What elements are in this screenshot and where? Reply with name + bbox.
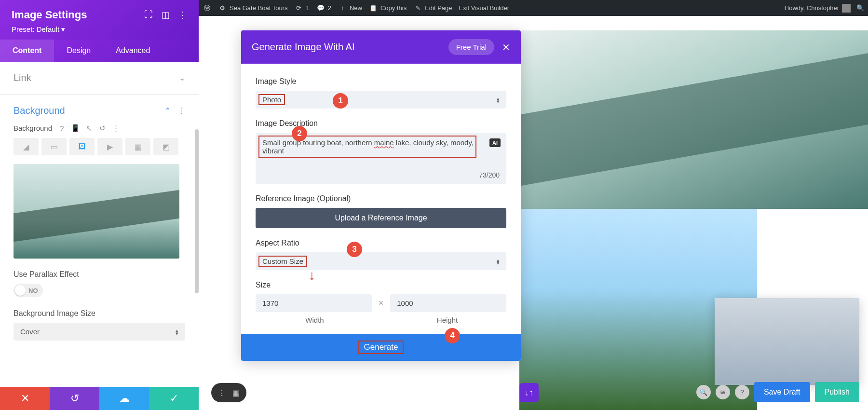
preset-selector[interactable]: Preset: Default ▾ <box>12 25 187 34</box>
size-labels: Width Height <box>256 316 506 324</box>
parallax-label: Use Parallax Effect <box>14 270 185 279</box>
dock-more-icon[interactable]: ⋮ <box>218 388 226 397</box>
sidebar-body: Link ⌄ Background ⌃ ⋮ Background ? 📱 ↖ ↺… <box>0 62 199 387</box>
dock-icon[interactable]: ◫ <box>162 10 170 20</box>
free-trial-badge[interactable]: Free Trial <box>448 39 494 55</box>
bg-size-label: Background Image Size <box>14 309 185 318</box>
select-caret-icon: ▴▾ <box>497 259 500 264</box>
zoom-icon[interactable]: 🔍 <box>696 385 711 399</box>
image-style-select[interactable]: Photo ▴▾ <box>256 91 506 109</box>
more-dots-icon[interactable]: ⋮ <box>112 124 120 132</box>
size-row: × <box>256 294 506 312</box>
bg-video-tab[interactable]: ▶ <box>97 138 122 155</box>
page-canvas: Generate Image With AI Free Trial ✕ Imag… <box>199 16 868 410</box>
expand-icon[interactable]: ⛶ <box>144 10 153 20</box>
bg-mask-tab[interactable]: ◩ <box>153 138 178 155</box>
bg-size-select[interactable]: Cover ▴▾ <box>14 323 185 341</box>
bg-pattern-tab[interactable]: ▦ <box>125 138 150 155</box>
aspect-ratio-value: Custom Size <box>258 256 307 267</box>
chevron-down-icon: ⌄ <box>179 73 185 82</box>
description-textarea[interactable]: Small group touring boat, northern maine… <box>256 133 506 184</box>
background-label: Background <box>14 124 52 132</box>
bg-image-tab[interactable]: 🖼 <box>69 138 95 155</box>
discard-button[interactable]: ✕ <box>0 387 50 410</box>
ai-generate-modal: Generate Image With AI Free Trial ✕ Imag… <box>241 30 521 361</box>
undo-button[interactable]: ↺ <box>50 387 99 410</box>
reference-label: Reference Image (Optional) <box>256 194 506 203</box>
search-icon[interactable]: 🔍 <box>856 4 864 12</box>
tab-content[interactable]: Content <box>0 40 54 62</box>
desc-text-spell: maine <box>374 138 394 147</box>
image-style-label: Image Style <box>256 77 506 86</box>
bg-gradient-tab[interactable]: ▭ <box>41 138 67 155</box>
phone-icon[interactable]: 📱 <box>71 124 79 132</box>
more-icon[interactable]: ⋮ <box>178 10 187 20</box>
publish-button[interactable]: Publish <box>815 382 859 402</box>
apply-button[interactable]: ✓ <box>149 387 199 410</box>
tab-design[interactable]: Design <box>54 40 103 62</box>
edit-label: Edit Page <box>425 4 452 12</box>
panel-background-head[interactable]: Background ⌃ ⋮ <box>14 105 185 116</box>
site-name[interactable]: ⚙Sea Gate Boat Tours <box>218 4 287 13</box>
select-caret-icon: ▴▾ <box>497 97 500 103</box>
comments[interactable]: 💬2 <box>316 4 331 13</box>
edit-page-link[interactable]: ✎Edit Page <box>413 4 452 13</box>
background-preview[interactable] <box>14 164 179 259</box>
dock-grid-icon[interactable]: ▦ <box>232 388 240 397</box>
height-input[interactable] <box>390 294 506 312</box>
new-label: New <box>350 4 362 12</box>
save-button[interactable]: ☁ <box>99 387 149 410</box>
ai-modal-footer: Generate <box>241 334 521 361</box>
aspect-ratio-select[interactable]: Custom Size ▴▾ <box>256 252 506 270</box>
ai-modal-header: Generate Image With AI Free Trial ✕ <box>241 30 521 64</box>
width-input[interactable] <box>256 294 372 312</box>
tab-advanced[interactable]: Advanced <box>103 40 163 62</box>
sidebar-header: Image Settings ⛶ ◫ ⋮ Preset: Default ▾ <box>0 0 199 40</box>
panel-link-head[interactable]: Link ⌄ <box>14 72 185 83</box>
layers-icon[interactable]: ≋ <box>716 385 730 399</box>
panel-background: Background ⌃ ⋮ Background ? 📱 ↖ ↺ ⋮ ◢ ▭ … <box>0 95 199 351</box>
scrollbar[interactable] <box>195 129 199 293</box>
builder-dock: ⋮ ▦ <box>211 383 246 402</box>
upload-reference-button[interactable]: Upload a Reference Image <box>256 208 506 228</box>
howdy-label: Howdy, Christopher <box>785 4 839 12</box>
updates[interactable]: ⟳1 <box>294 4 309 13</box>
height-label: Height <box>388 316 506 324</box>
hover-icon[interactable]: ↖ <box>85 124 93 132</box>
updates-count: 1 <box>306 4 309 12</box>
select-caret-icon: ▴▾ <box>176 329 178 335</box>
floating-image-card <box>715 298 859 385</box>
ai-enhance-button[interactable]: AI <box>489 138 501 147</box>
parallax-toggle[interactable]: NO <box>14 284 43 297</box>
background-label-row: Background ? 📱 ↖ ↺ ⋮ <box>14 124 185 132</box>
save-draft-button[interactable]: Save Draft <box>754 382 810 402</box>
new-link[interactable]: +New <box>338 4 362 13</box>
ai-modal-title: Generate Image With AI <box>252 41 354 53</box>
exit-label: Exit Visual Builder <box>459 4 510 12</box>
hero-image-top <box>519 30 868 209</box>
sidebar-tabs: Content Design Advanced <box>0 40 199 62</box>
howdy[interactable]: Howdy, Christopher <box>785 4 851 13</box>
swap-arrows-button[interactable]: ↓↑ <box>519 383 539 402</box>
copy-link[interactable]: 📋Copy this <box>369 4 407 13</box>
wp-logo[interactable]: ⓦ <box>203 4 211 13</box>
toggle-knob <box>15 285 26 296</box>
help-icon[interactable]: ? <box>58 124 66 132</box>
panel-link: Link ⌄ <box>0 62 199 95</box>
panel-more-icon[interactable]: ⋮ <box>177 107 185 115</box>
bg-color-tab[interactable]: ◢ <box>14 138 39 155</box>
sidebar-footer: ✕ ↺ ☁ ✓ <box>0 387 199 410</box>
help-button[interactable]: ? <box>735 385 749 399</box>
close-icon[interactable]: ✕ <box>502 41 510 53</box>
panel-background-title: Background <box>14 105 65 116</box>
generate-label: Generate <box>358 341 404 354</box>
char-count: 73/200 <box>479 171 500 179</box>
settings-sidebar: Image Settings ⛶ ◫ ⋮ Preset: Default ▾ C… <box>0 0 199 410</box>
exit-builder-link[interactable]: Exit Visual Builder <box>459 4 510 12</box>
site-name-label: Sea Gate Boat Tours <box>230 4 287 12</box>
sidebar-title: Image Settings <box>12 9 87 21</box>
toggle-value: NO <box>28 287 38 294</box>
bottom-right-controls: 🔍 ≋ ? Save Draft Publish <box>696 382 859 402</box>
reset-icon[interactable]: ↺ <box>98 124 106 132</box>
generate-button[interactable]: Generate <box>241 334 521 361</box>
